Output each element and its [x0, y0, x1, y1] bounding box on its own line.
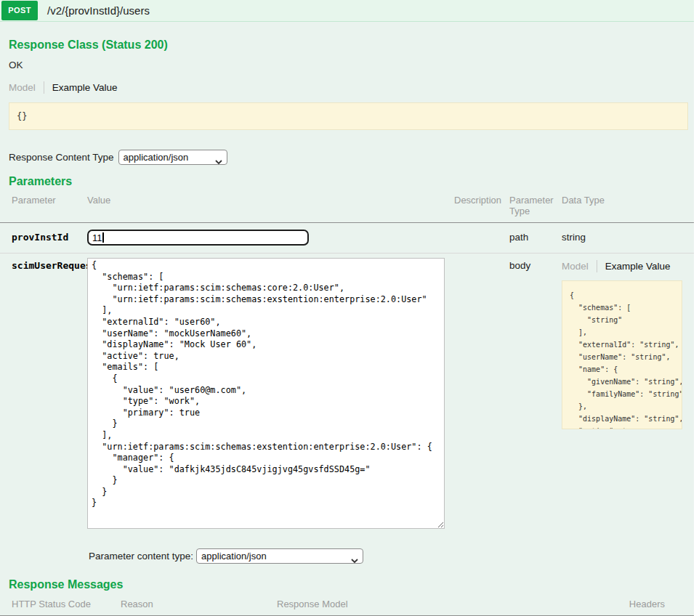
- endpoint-path[interactable]: /v2/{provInstId}/users: [47, 4, 150, 17]
- response-content-type-select[interactable]: application/json: [118, 150, 227, 165]
- response-content-type-row: Response Content Type application/json: [9, 150, 694, 165]
- parameter-content-type-select[interactable]: application/json: [196, 548, 363, 564]
- http-method-badge: POST: [1, 1, 38, 20]
- request-body-textarea[interactable]: { "schemas": [ "urn:ietf:params:scim:sch…: [87, 258, 445, 529]
- parameter-type: body: [509, 258, 562, 271]
- col-reason: Reason: [121, 599, 277, 609]
- tab-example-value[interactable]: Example Value: [44, 81, 118, 94]
- response-messages-table-header: HTTP Status Code Reason Response Model H…: [0, 597, 694, 616]
- text-cursor: [102, 232, 104, 243]
- parameter-data-type: string: [562, 230, 694, 243]
- parameters-table-header: Parameter Value Description Parameter Ty…: [0, 193, 694, 223]
- col-headers: Headers: [606, 599, 694, 609]
- provinstid-input[interactable]: [87, 230, 309, 246]
- parameter-type: path: [509, 230, 562, 243]
- response-class-description: OK: [9, 60, 694, 70]
- col-parameter: Parameter: [0, 195, 87, 206]
- response-example-snippet: {}: [9, 102, 688, 130]
- table-row-provinstid: provInstId path string: [0, 223, 694, 254]
- tab-example-value[interactable]: Example Value: [597, 260, 671, 272]
- parameter-name: scimUserRequest: [0, 258, 87, 271]
- parameter-description: [454, 230, 509, 232]
- response-class-tabs: Model Example Value: [9, 81, 694, 94]
- response-content-type-select-wrap: application/json: [118, 150, 227, 165]
- provinstid-input-wrap: [87, 230, 309, 246]
- api-operation-panel: POST /v2/{provInstId}/users Response Cla…: [0, 0, 694, 616]
- col-http-status-code: HTTP Status Code: [0, 599, 121, 609]
- col-description: Description: [454, 195, 509, 206]
- operation-content: Response Class (Status 200) OK Model Exa…: [0, 22, 694, 616]
- tab-model[interactable]: Model: [9, 81, 44, 94]
- parameter-name: provInstId: [0, 230, 87, 243]
- col-response-model: Response Model: [277, 599, 606, 609]
- parameters-title: Parameters: [0, 165, 694, 188]
- col-data-type: Data Type: [562, 195, 694, 206]
- parameter-description: [454, 258, 509, 260]
- parameter-content-type-select-wrap: application/json: [196, 548, 363, 564]
- col-parameter-type: Parameter Type: [509, 195, 562, 216]
- response-content-type-label: Response Content Type: [9, 152, 114, 163]
- operation-header[interactable]: POST /v2/{provInstId}/users: [0, 0, 694, 22]
- col-value: Value: [87, 195, 454, 206]
- body-example-snippet: { "schemas": [ "string" ], "externalId":…: [562, 280, 682, 429]
- parameter-content-type-row: Parameter content type: application/json: [89, 548, 454, 564]
- parameter-content-type-label: Parameter content type:: [89, 551, 193, 562]
- body-schema-tabs: Model Example Value: [562, 260, 694, 272]
- tab-model[interactable]: Model: [562, 260, 597, 272]
- response-class-title: Response Class (Status 200): [0, 22, 694, 52]
- table-row-scimuserrequest: scimUserRequest { "schemas": [ "urn:ietf…: [0, 254, 694, 564]
- response-messages-title: Response Messages: [0, 564, 694, 591]
